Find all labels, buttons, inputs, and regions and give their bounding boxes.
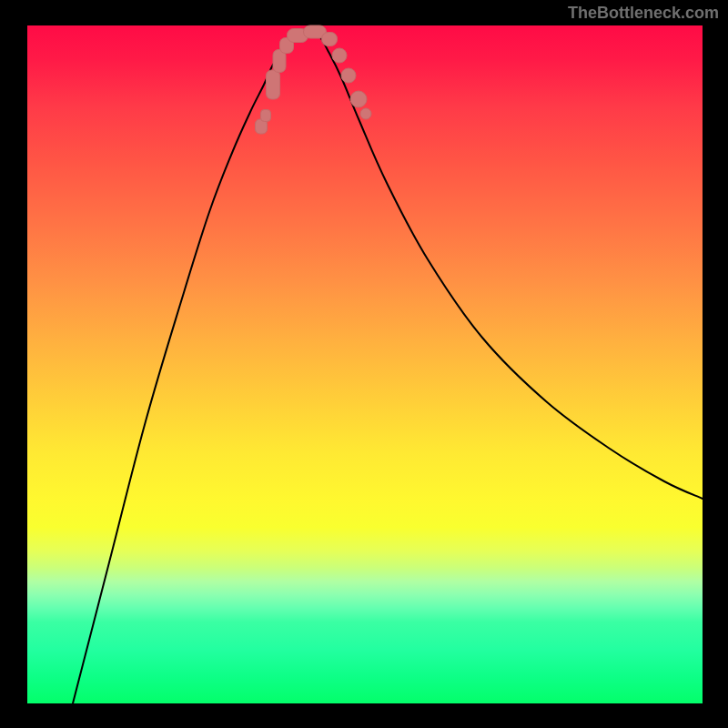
- data-marker: [360, 108, 371, 119]
- curve-left: [73, 29, 309, 703]
- data-marker: [322, 33, 338, 46]
- chart-frame: TheBottleneck.com: [0, 0, 728, 728]
- watermark-text: TheBottleneck.com: [568, 4, 719, 23]
- data-marker: [267, 70, 280, 99]
- marker-group: [256, 25, 372, 134]
- chart-svg: [27, 25, 703, 703]
- data-marker: [341, 68, 356, 83]
- curve-right: [309, 29, 703, 499]
- data-marker: [332, 48, 347, 63]
- data-marker: [261, 110, 271, 122]
- curve-group: [73, 29, 703, 703]
- data-marker: [350, 91, 367, 107]
